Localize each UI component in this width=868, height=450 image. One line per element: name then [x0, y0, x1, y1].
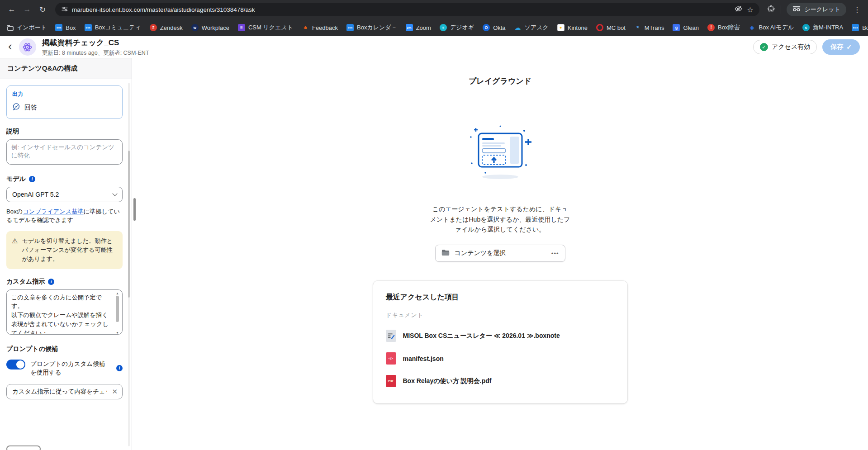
incognito-profile-badge[interactable]: シークレット: [787, 3, 846, 16]
textarea-scrollbar[interactable]: ▲ ▼: [115, 292, 120, 334]
profile-label: シークレット: [804, 5, 840, 14]
bookmark-item[interactable]: ◈Box AIモデル: [749, 24, 794, 32]
access-badge-label: アクセス有効: [772, 43, 810, 51]
custom-instructions-input[interactable]: この文章を多くの方に公開予定です。 以下の観点でクレームや誤解を招く表現が含まれ…: [6, 289, 123, 335]
agent-header: ‹ 掲載資料チェック_CS 更新日: 8 minutes ago、更新者: CS…: [0, 36, 868, 58]
menu-kebab-icon[interactable]: ⋮: [852, 5, 863, 14]
folder-icon: [7, 26, 14, 31]
box-icon: box: [55, 24, 62, 31]
config-section-title: コンテンツQ&Aの構成: [0, 58, 132, 79]
bookmark-item[interactable]: s新M-INTRA: [802, 24, 843, 32]
select-content-button[interactable]: コンテンツを選択 •••: [435, 245, 565, 262]
recent-group-label: ドキュメント: [386, 311, 615, 319]
bookmark-label: Workplace: [202, 24, 229, 31]
bookmark-star-icon[interactable]: ☆: [747, 5, 753, 14]
back-icon[interactable]: ←: [5, 3, 18, 16]
bookmark-item[interactable]: boxBox: [55, 24, 76, 31]
bookmark-item[interactable]: ●Kintone: [557, 24, 588, 31]
url-bar[interactable]: marubeni-itsol.ent.box.com/master/ai/ais…: [55, 3, 759, 16]
sidebar-scrollbar-thumb[interactable]: [128, 151, 130, 298]
partially-visible-button[interactable]: [6, 445, 41, 450]
bookmark-item[interactable]: *MTrans: [634, 24, 664, 31]
box-icon: box: [85, 24, 92, 31]
bookmark-item[interactable]: sデジオギ: [440, 24, 474, 32]
description-label: 説明: [6, 128, 123, 136]
scroll-thumb[interactable]: [116, 296, 119, 322]
info-icon[interactable]: i: [116, 365, 123, 371]
save-button[interactable]: 保存 ✓: [822, 39, 860, 55]
bookmark-item[interactable]: OOkta: [483, 24, 505, 31]
mcbot-icon: [596, 24, 603, 31]
forward-icon[interactable]: →: [21, 3, 33, 16]
page-scrollbar-thumb[interactable]: [133, 198, 136, 221]
playground-title: プレイグラウンド: [132, 76, 868, 86]
prompt-suggestion-input[interactable]: [6, 384, 123, 399]
list-item[interactable]: </> manifest.json: [386, 352, 615, 365]
list-icon: ≡: [238, 24, 245, 31]
scroll-up-icon[interactable]: ▲: [116, 292, 119, 295]
bars-icon: ılı: [302, 24, 309, 31]
bookmark-label: Boxコミュニティ: [95, 24, 141, 32]
scroll-down-icon[interactable]: ▼: [116, 331, 119, 334]
back-chevron-icon[interactable]: ‹: [8, 40, 13, 54]
info-icon[interactable]: i: [48, 279, 54, 285]
list-item[interactable]: PDF Box Relayの使い方 説明会.pdf: [386, 375, 615, 387]
model-selected-value: OpenAI GPT 5.2: [12, 191, 59, 198]
zendesk-icon: Z: [150, 24, 157, 31]
bookmark-label: Box: [66, 24, 76, 31]
bookmark-item[interactable]: boxBox NEWS: [852, 24, 868, 31]
bookmark-label: 新M-INTRA: [813, 24, 843, 32]
mtrans-icon: *: [634, 24, 641, 31]
custom-prompts-toggle[interactable]: [6, 360, 25, 369]
bookmark-label: インポート: [17, 24, 47, 32]
bookmark-label: CSM リクエスト: [248, 24, 293, 32]
bookmark-item[interactable]: zmZoom: [406, 24, 431, 31]
config-scroll-area: 出力 回答 説明 モデル i: [0, 79, 132, 450]
bookmark-item[interactable]: ZZendesk: [150, 24, 183, 31]
zoom-icon: zm: [406, 24, 413, 31]
bookmark-item[interactable]: WWorkplace: [191, 24, 229, 31]
file-name: MISOL Box CSニュースレター ≪ 2026.01 ≫.boxnote: [403, 332, 560, 340]
file-name: manifest.json: [403, 355, 444, 362]
warning-icon: ⚠: [12, 237, 18, 263]
access-status-badge[interactable]: ✓ アクセス有効: [753, 40, 817, 54]
site-info-icon[interactable]: [62, 6, 68, 14]
eye-off-icon[interactable]: [735, 5, 742, 14]
bookmark-item[interactable]: ≡CSM リクエスト: [238, 24, 293, 32]
compliance-link[interactable]: コンプライアンス基準: [23, 208, 83, 215]
bookmark-item[interactable]: !Box障害: [707, 24, 740, 32]
bookmark-item[interactable]: boxBoxコミュニティ: [85, 24, 141, 32]
bookmark-item[interactable]: ılıFeedback: [302, 24, 338, 31]
warning-text: モデルを切り替えました。動作とパフォーマンスが変化する可能性があります。: [22, 237, 117, 263]
output-label: 出力: [12, 90, 117, 98]
toggle-label: プロンプトのカスタム候補を使用する: [30, 360, 106, 377]
folder-icon: [441, 249, 450, 258]
more-options-icon[interactable]: •••: [551, 250, 559, 257]
bookmark-label: Kintone: [568, 24, 588, 31]
reload-icon[interactable]: ↻: [36, 3, 49, 16]
model-select[interactable]: OpenAI GPT 5.2: [6, 187, 123, 202]
chevron-down-icon: [112, 191, 117, 196]
list-item[interactable]: MISOL Box CSニュースレター ≪ 2026.01 ≫.boxnote: [386, 330, 615, 342]
model-label: モデル: [6, 175, 26, 183]
bookmark-label: MTrans: [645, 24, 664, 31]
output-value: 回答: [24, 104, 37, 112]
browser-toolbar: ← → ↻ marubeni-itsol.ent.box.com/master/…: [0, 0, 868, 19]
page-title: 掲載資料チェック_CS: [42, 38, 149, 48]
bookmark-item[interactable]: MC bot: [596, 24, 626, 31]
custom-instructions-label: カスタム指示: [6, 278, 45, 286]
extensions-icon[interactable]: [768, 5, 775, 14]
bookmark-label: Boxカレンダ－: [357, 24, 397, 32]
empty-state-illustration: [132, 121, 868, 186]
bookmark-label: ソアスク: [525, 24, 549, 32]
bookmark-item[interactable]: ☁ソアスク: [514, 24, 549, 32]
info-icon[interactable]: i: [29, 176, 35, 182]
agent-meta: 更新日: 8 minutes ago、更新者: CSM-ENT: [42, 49, 149, 57]
bookmark-item[interactable]: gGlean: [673, 24, 699, 31]
description-input[interactable]: [6, 139, 123, 165]
sharepoint-icon: s: [802, 24, 810, 31]
bookmark-item[interactable]: boxBoxカレンダ－: [346, 24, 397, 32]
clear-icon[interactable]: ✕: [112, 388, 118, 396]
bookmark-label: Zoom: [416, 24, 431, 31]
bookmark-item[interactable]: インポート: [7, 24, 47, 32]
